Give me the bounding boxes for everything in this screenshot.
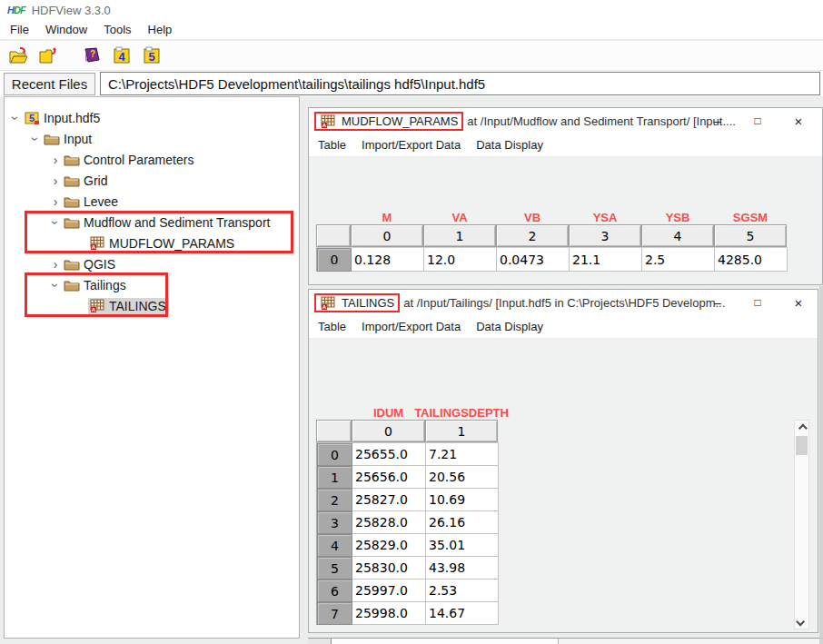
table-cell[interactable]: 43.98 <box>426 557 499 580</box>
table-cell[interactable]: 0.0473 <box>497 248 570 272</box>
table-cell[interactable]: 4285.0 <box>715 248 788 272</box>
column-header-4[interactable]: 4 <box>641 224 714 247</box>
table-cell[interactable]: 25830.0 <box>352 557 426 580</box>
tailings-menu-table[interactable]: Table <box>318 320 346 333</box>
table-cell[interactable]: 0.128 <box>352 248 424 272</box>
row-header-4[interactable]: 4 <box>317 534 352 557</box>
chevron-expanded-icon[interactable]: › <box>48 278 63 292</box>
tree-item-tailings[interactable]: ›Tailings <box>5 274 299 295</box>
chevron-collapsed-icon[interactable]: › <box>48 257 63 272</box>
table-cell[interactable]: 12.0 <box>424 248 497 272</box>
close-button[interactable]: × <box>785 290 812 315</box>
column-header-3[interactable]: 3 <box>569 224 641 247</box>
row-header-1[interactable]: 1 <box>317 466 352 489</box>
maximize-button[interactable]: □ <box>744 108 771 134</box>
open-file-icon[interactable] <box>7 45 31 66</box>
row-header-5[interactable]: 5 <box>317 557 352 580</box>
scrollbar-track[interactable] <box>795 435 808 614</box>
mudflow-menu-import-export-data[interactable]: Import/Export Data <box>362 138 461 152</box>
menu-file[interactable]: File <box>2 23 37 36</box>
tree-item-input[interactable]: ›Input <box>5 128 299 149</box>
table-cell[interactable]: 10.69 <box>426 489 499 511</box>
tree-item-label: MUDFLOW_PARAMS <box>109 236 234 251</box>
file-path-field[interactable]: C:\Projects\HDF5 Development\tailings\ta… <box>100 72 820 95</box>
chevron-down-icon <box>796 617 805 626</box>
tree-item-qgis[interactable]: ›QGIS <box>5 253 299 274</box>
column-header-0[interactable]: 0 <box>352 420 425 442</box>
column-header-2[interactable]: 2 <box>496 224 569 247</box>
table-cell[interactable]: 25998.0 <box>352 602 426 625</box>
table-cell[interactable]: 7.21 <box>426 443 499 466</box>
row-header-0[interactable]: 0 <box>317 248 352 272</box>
tailings-menu-import-export-data[interactable]: Import/Export Data <box>362 320 461 333</box>
table-cell[interactable]: 21.1 <box>570 248 642 272</box>
row-header-0[interactable]: 0 <box>317 443 352 466</box>
tailings-window-titlebar[interactable]: A TAILINGS at /Input/Tailings/ [Input.hd… <box>309 290 818 315</box>
scroll-down-button[interactable] <box>795 614 808 629</box>
recent-files-row: Recent Files C:\Projects\HDF5 Developmen… <box>0 71 823 96</box>
column-header-1[interactable]: 1 <box>423 224 496 247</box>
mudflow-menu-table[interactable]: Table <box>318 138 346 152</box>
tailings-window-menubar: TableImport/Export DataData Display <box>309 315 818 338</box>
row-header-6[interactable]: 6 <box>317 580 352 602</box>
tailings-menu-data-display[interactable]: Data Display <box>476 320 543 333</box>
vertical-scrollbar[interactable] <box>794 420 809 629</box>
close-file-icon[interactable] <box>36 45 60 66</box>
menu-help[interactable]: Help <box>140 23 181 36</box>
menu-tools[interactable]: Tools <box>95 23 139 36</box>
table-cell[interactable]: 26.16 <box>426 511 499 534</box>
row-header-2[interactable]: 2 <box>317 489 352 511</box>
tree-item-levee[interactable]: ›Levee <box>5 191 299 212</box>
hdf-logo-icon: HDF <box>7 5 25 15</box>
close-button[interactable]: × <box>785 108 812 134</box>
hdf4-library-icon[interactable]: 4 <box>110 45 134 66</box>
window-title-name: MUDFLOW_PARAMS <box>342 114 458 128</box>
chevron-collapsed-icon[interactable]: › <box>48 173 63 188</box>
chevron-expanded-icon[interactable]: › <box>28 132 43 146</box>
table-row: 425829.035.01 <box>317 534 499 557</box>
row-header-3[interactable]: 3 <box>317 511 352 534</box>
mudflow-window-menubar: TableImport/Export DataData Display <box>309 134 822 156</box>
chevron-collapsed-icon[interactable]: › <box>48 153 63 167</box>
minimize-button[interactable]: – <box>704 108 731 134</box>
mudflow-window-titlebar[interactable]: A MUDFLOW_PARAMS at /Input/Mudflow and S… <box>309 108 822 134</box>
tree-item-tailings[interactable]: ATAILINGS <box>5 295 299 316</box>
table-cell[interactable]: 2.5 <box>642 248 715 272</box>
chevron-expanded-icon[interactable]: › <box>48 215 63 230</box>
row-header-7[interactable]: 7 <box>317 602 352 625</box>
file-tree-panel[interactable]: ›5Input.hdf5›Input›Control Parameters›Gr… <box>4 96 300 639</box>
column-header-5[interactable]: 5 <box>714 224 787 247</box>
table-cell[interactable]: 25828.0 <box>352 511 426 534</box>
column-header-0[interactable]: 0 <box>351 224 423 247</box>
table-cell[interactable]: 25997.0 <box>352 580 426 602</box>
table-row: 525830.043.98 <box>317 557 499 580</box>
chevron-collapsed-icon[interactable]: › <box>48 194 63 209</box>
table-cell[interactable]: 25829.0 <box>352 534 426 557</box>
mudflow-menu-data-display[interactable]: Data Display <box>476 138 543 152</box>
table-cell[interactable]: 35.01 <box>426 534 499 557</box>
help-book-icon[interactable]: ? <box>80 45 104 66</box>
menu-window[interactable]: Window <box>37 23 95 36</box>
table-row: 025655.07.21 <box>317 443 499 466</box>
tree-item-input-hdf5[interactable]: ›5Input.hdf5 <box>5 107 299 128</box>
table-cell[interactable]: 25655.0 <box>352 443 426 466</box>
scroll-up-button[interactable] <box>795 421 808 435</box>
tree-item-mudflow-and-sediment-transport[interactable]: ›Mudflow and Sediment Transport <box>5 212 299 233</box>
tree-item-grid[interactable]: ›Grid <box>5 170 299 191</box>
table-cell[interactable]: 14.67 <box>426 602 499 625</box>
scrollbar-thumb[interactable] <box>796 436 808 455</box>
table-corner-cell[interactable] <box>316 420 352 442</box>
minimize-button[interactable]: – <box>704 290 731 315</box>
table-cell[interactable]: 2.53 <box>426 580 499 602</box>
table-corner-cell[interactable] <box>316 224 351 247</box>
recent-files-button[interactable]: Recent Files <box>4 73 95 95</box>
table-cell[interactable]: 25827.0 <box>352 489 426 511</box>
table-cell[interactable]: 20.56 <box>426 466 499 489</box>
column-header-1[interactable]: 1 <box>425 420 498 442</box>
tree-item-mudflow-params[interactable]: AMUDFLOW_PARAMS <box>5 233 299 253</box>
maximize-button[interactable]: □ <box>744 290 771 315</box>
table-cell[interactable]: 25656.0 <box>352 466 426 489</box>
chevron-expanded-icon[interactable]: › <box>8 111 23 125</box>
hdf5-library-icon[interactable]: 5 <box>140 45 164 66</box>
tree-item-control-parameters[interactable]: ›Control Parameters <box>5 149 299 170</box>
